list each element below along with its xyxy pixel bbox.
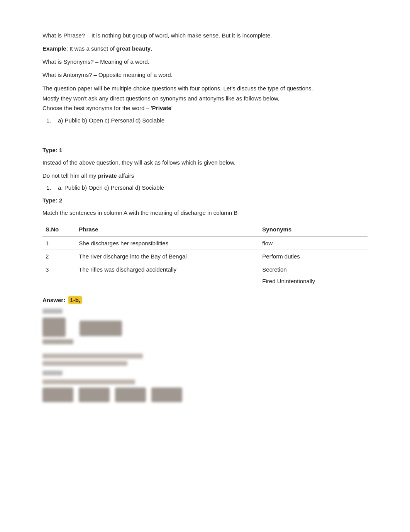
type2-heading: Type: 2 xyxy=(42,197,368,204)
type1-intro: Instead of the above question, they will… xyxy=(42,158,368,167)
row3-sno: 3 xyxy=(42,263,76,276)
antonyms-definition: What is Antonyms? – Opposite meaning of … xyxy=(42,70,368,80)
example-line: Example: It was a sunset of great beauty… xyxy=(42,44,368,53)
row1-synonym: flow xyxy=(259,236,368,250)
match-table: S.No Phrase Synonyms 1 She discharges he… xyxy=(42,224,368,287)
type1-section: Type: 1 Instead of the above question, t… xyxy=(42,147,368,191)
type1-heading: Type: 1 xyxy=(42,147,368,153)
row2-synonym: Perform duties xyxy=(259,250,368,263)
intro-section: What is Phrase? – It is nothing but grou… xyxy=(42,31,368,124)
type2-section: Type: 2 Match the sentences in column A … xyxy=(42,197,368,287)
type1-sentence: Do not tell him all my private affairs xyxy=(42,171,368,180)
row1-phrase: She discharges her responsibilities xyxy=(76,236,259,250)
phrase-definition: What is Phrase? – It is nothing but grou… xyxy=(42,31,368,40)
extra-synonym-1: Fired Unintentionally xyxy=(259,276,368,287)
col-header-sno: S.No xyxy=(42,224,76,237)
row2-sno: 2 xyxy=(42,250,76,263)
options-1: 1. a) Public b) Open c) Personal d) Soci… xyxy=(42,117,368,124)
col-header-phrase: Phrase xyxy=(76,224,259,237)
page-content: What is Phrase? – It is nothing but grou… xyxy=(0,0,410,433)
table-row: 3 The rifles was discharged accidentally… xyxy=(42,263,368,276)
answer-label: Answer: 1-b, xyxy=(42,297,368,303)
synonyms-definition: What is Synonyms? – Meaning of a word. xyxy=(42,57,368,66)
row3-synonym: Secretion xyxy=(259,263,368,276)
extra-synonyms-row: Fired Unintentionally xyxy=(42,276,368,287)
row1-sno: 1 xyxy=(42,236,76,250)
question-paper-text: The question paper will be multiple choi… xyxy=(42,83,368,113)
answer-highlight: 1-b, xyxy=(68,296,82,304)
table-row: 1 She discharges her responsibilities fl… xyxy=(42,236,368,250)
col-header-synonyms: Synonyms xyxy=(259,224,368,237)
private-word: Private xyxy=(152,105,171,111)
type1-options: 1. a. Public b) Open c) Personal d) Soci… xyxy=(42,184,368,191)
blurred-answer-content xyxy=(42,309,368,402)
row2-phrase: The river discharge into the Bay of Beng… xyxy=(76,250,259,263)
answer-section: Answer: 1-b, xyxy=(42,297,368,402)
type2-intro: Match the sentences in column A with the… xyxy=(42,208,368,218)
table-row: 2 The river discharge into the Bay of Be… xyxy=(42,250,368,263)
row3-phrase: The rifles was discharged accidentally xyxy=(76,263,259,276)
table-header-row: S.No Phrase Synonyms xyxy=(42,224,368,237)
